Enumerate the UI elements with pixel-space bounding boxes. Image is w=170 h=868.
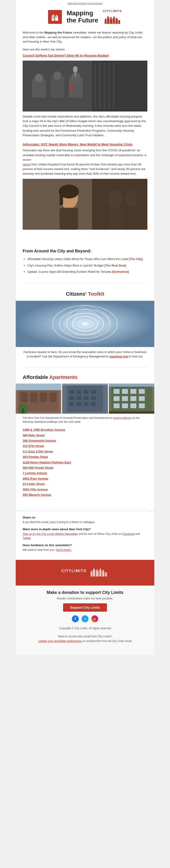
apartments-heading: Affordable Apartments	[16, 374, 154, 383]
apt-image-1	[16, 383, 61, 414]
address-11[interactable]: 24 Cedar Street	[23, 481, 147, 487]
svg-rect-11	[105, 18, 106, 20]
social-icons: f t ●	[23, 612, 147, 624]
svg-rect-96	[109, 411, 154, 414]
more-heading: Want more in-depth news about New York C…	[23, 527, 147, 531]
donation-section: Make a donation to support City Limits R…	[16, 586, 154, 655]
share-block: Share us If you liked this email, pass i…	[23, 516, 147, 524]
address-13[interactable]: 555 Waverly Avenue	[23, 492, 147, 497]
around-city-heading: From Around the City and Beyond:	[23, 249, 147, 253]
svg-rect-17	[113, 17, 114, 18]
around-item-3-link[interactable]: [Gothamist]	[112, 270, 129, 274]
mapping-tool-link[interactable]: mapping tool	[109, 355, 128, 358]
svg-rect-88	[122, 396, 128, 401]
apt-image-2	[62, 383, 108, 414]
svg-rect-105	[102, 571, 104, 577]
around-item-3-text: Update: Cuomo Signs Bill Extending Evict…	[27, 270, 112, 274]
address-12[interactable]: 3053 Villa Avenue	[23, 487, 147, 492]
svg-rect-87	[113, 396, 120, 401]
svg-rect-98	[91, 570, 92, 572]
instagram-icon[interactable]: ●	[91, 615, 98, 622]
report-link[interactable]: report	[23, 163, 31, 166]
donate-button[interactable]: Support City Limits	[63, 603, 107, 612]
facebook-icon[interactable]: f	[72, 615, 79, 622]
address-7[interactable]: 3128 Henry Hudson Parkway East	[23, 460, 147, 465]
share-heading: Share us	[23, 516, 147, 519]
twitter-link[interactable]: Twitter	[23, 536, 31, 540]
svg-rect-77	[77, 402, 81, 406]
address-5[interactable]: 111 East 115th Street	[23, 449, 147, 454]
city-limits-logo: CITYLIMITS	[103, 9, 122, 24]
around-item-1-link[interactable]: [The City]	[129, 257, 143, 261]
svg-rect-76	[69, 402, 74, 406]
svg-rect-13	[108, 16, 108, 17]
svg-rect-92	[122, 403, 128, 408]
story-advocates-title[interactable]: Advocates: NYC Needs More Money, New Mod…	[23, 142, 147, 147]
svg-rect-34	[70, 84, 72, 93]
footer-brand: CITYLIMITS	[16, 560, 154, 586]
around-item-2-link[interactable]: [The Real Deal]	[104, 264, 126, 267]
svg-rect-65	[23, 408, 23, 413]
feedback-text: We want to hear from you. Get in touch.	[23, 548, 147, 552]
svg-rect-101	[96, 571, 99, 577]
svg-rect-16	[113, 18, 115, 24]
svg-rect-72	[69, 396, 74, 400]
footer-logo: CITYLIMITS	[20, 564, 150, 577]
svg-rect-90	[139, 396, 145, 401]
svg-rect-1	[53, 14, 54, 21]
spacer-1	[16, 237, 154, 244]
apt-image-3	[109, 383, 154, 414]
svg-rect-59	[21, 393, 28, 402]
address-2[interactable]: 460 Main Street	[23, 433, 147, 438]
svg-rect-71	[91, 390, 96, 394]
hurricane-image	[16, 301, 154, 347]
svg-rect-95	[109, 383, 154, 386]
footer-legal: Copyright © City Limits. All rights rese…	[23, 624, 147, 650]
closing-lotteries-link[interactable]: closing lotteries	[113, 416, 131, 419]
address-6[interactable]: 393 Pontiac Place	[23, 454, 147, 460]
svg-rect-107	[105, 572, 107, 577]
story-council-image	[23, 61, 147, 112]
newsletter-title: Mapping the Future	[67, 10, 98, 24]
around-item-1-text: Affordable Housing Lottery Odds Worst fo…	[27, 257, 129, 261]
svg-rect-70	[84, 390, 89, 394]
svg-rect-103	[99, 570, 101, 577]
svg-rect-86	[139, 389, 145, 394]
apt-caption: The New York City Department of Housing …	[16, 416, 154, 426]
facebook-link[interactable]: Facebook	[123, 532, 135, 535]
address-3[interactable]: 186 Greenpoint Avenue	[23, 438, 147, 443]
story-council-body: Despite some last minute restorations an…	[23, 114, 147, 138]
svg-rect-39	[108, 63, 110, 109]
svg-rect-61	[40, 393, 47, 402]
address-9[interactable]: 7 Livonia Avenue	[23, 470, 147, 476]
get-in-touch-link[interactable]: Get in touch.	[56, 548, 72, 552]
address-1[interactable]: 1489 & 1495 Brooklyn Avenue	[23, 427, 147, 432]
twitter-icon[interactable]: t	[81, 615, 89, 622]
svg-rect-38	[103, 63, 105, 109]
svg-rect-63	[16, 383, 61, 390]
address-10[interactable]: 2051 Ryer Avenue	[23, 476, 147, 481]
svg-rect-49	[92, 179, 147, 230]
address-4[interactable]: 312 97th Street	[23, 443, 147, 448]
weekly-newsletter-link[interactable]: Sign up for the City Limits Weekly Newsl…	[23, 532, 78, 535]
svg-point-33	[73, 66, 78, 73]
apartments-section: Affordable Apartments	[16, 370, 154, 506]
story-advocates-body-after: from United Hospital Fund found 45 perce…	[23, 163, 145, 175]
preferences-link[interactable]: update your newsletter preferences	[38, 640, 82, 643]
svg-rect-89	[130, 396, 136, 401]
address-8[interactable]: 594-596 Powell Street	[23, 465, 147, 470]
story-council-title[interactable]: Council Softens but Doesn't Stop Hit to …	[23, 54, 147, 58]
apartment-addresses: 1489 & 1495 Brooklyn Avenue 460 Main Str…	[16, 426, 154, 501]
svg-rect-79	[91, 402, 96, 406]
apartment-images	[16, 383, 154, 414]
city-limits-text: CITYLIMITS	[103, 9, 122, 13]
around-city-section: From Around the City and Beyond: Afforda…	[16, 244, 154, 281]
list-item: City's Housing Plan Suffers Major Blow i…	[27, 263, 147, 268]
svg-rect-93	[130, 403, 136, 408]
title-line-2: the Future	[67, 17, 98, 24]
view-in-browser-link[interactable]: View this email in your browser	[67, 2, 102, 5]
svg-rect-18	[115, 19, 118, 24]
donation-subtext: Reader contributions make our work possi…	[23, 597, 147, 600]
svg-rect-84	[122, 389, 128, 394]
svg-rect-4	[52, 17, 53, 17]
